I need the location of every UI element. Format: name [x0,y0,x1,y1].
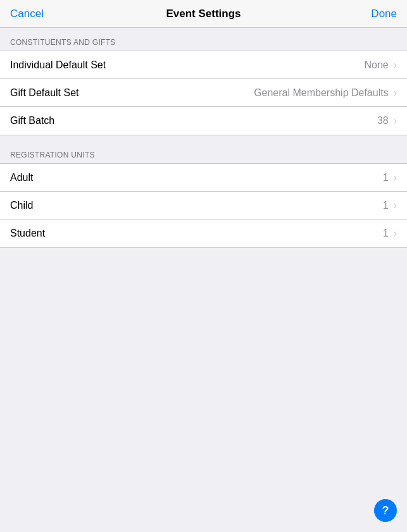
table-row-student[interactable]: Student1› [0,220,407,247]
section-header-registration: REGISTRATION UNITS [0,140,407,163]
table-group-registration: Adult1›Child1›Student1› [0,163,407,248]
row-value-adult: 1 [383,172,389,183]
settings-container: CONSTITUENTS AND GIFTSIndividual Default… [0,28,407,253]
page-title: Event Settings [166,8,241,20]
row-right-gift-default-set: General Membership Defaults› [254,87,397,99]
chevron-right-icon: › [394,228,397,239]
chevron-right-icon: › [394,172,397,183]
row-value-child: 1 [383,200,389,211]
row-label-gift-default-set: Gift Default Set [10,87,79,99]
table-row-gift-batch[interactable]: Gift Batch38› [0,107,407,135]
table-row-adult[interactable]: Adult1› [0,164,407,192]
row-right-child: 1› [383,200,397,211]
cancel-button[interactable]: Cancel [10,8,44,20]
row-label-adult: Adult [10,172,33,183]
row-value-student: 1 [383,228,389,239]
table-row-child[interactable]: Child1› [0,192,407,220]
help-button[interactable]: ? [374,499,397,522]
row-label-student: Student [10,228,45,239]
navigation-bar: Cancel Event Settings Done [0,0,407,28]
row-label-individual-default-set: Individual Default Set [10,59,106,71]
section-gap [0,135,407,140]
row-right-adult: 1› [383,172,397,183]
row-label-gift-batch: Gift Batch [10,115,54,127]
section-gap [0,248,407,253]
chevron-right-icon: › [394,87,397,99]
row-right-student: 1› [383,228,397,239]
chevron-right-icon: › [394,200,397,211]
row-value-gift-batch: 38 [377,115,389,127]
table-row-individual-default-set[interactable]: Individual Default SetNone› [0,51,407,79]
row-label-child: Child [10,200,33,211]
section-header-constituents: CONSTITUENTS AND GIFTS [0,28,407,51]
row-right-gift-batch: 38› [377,115,397,127]
row-value-individual-default-set: None [364,59,388,71]
done-button[interactable]: Done [371,8,397,20]
row-value-gift-default-set: General Membership Defaults [254,87,389,99]
row-right-individual-default-set: None› [364,59,397,71]
table-row-gift-default-set[interactable]: Gift Default SetGeneral Membership Defau… [0,79,407,107]
chevron-right-icon: › [394,115,397,127]
chevron-right-icon: › [394,59,397,71]
table-group-constituents: Individual Default SetNone›Gift Default … [0,51,407,135]
